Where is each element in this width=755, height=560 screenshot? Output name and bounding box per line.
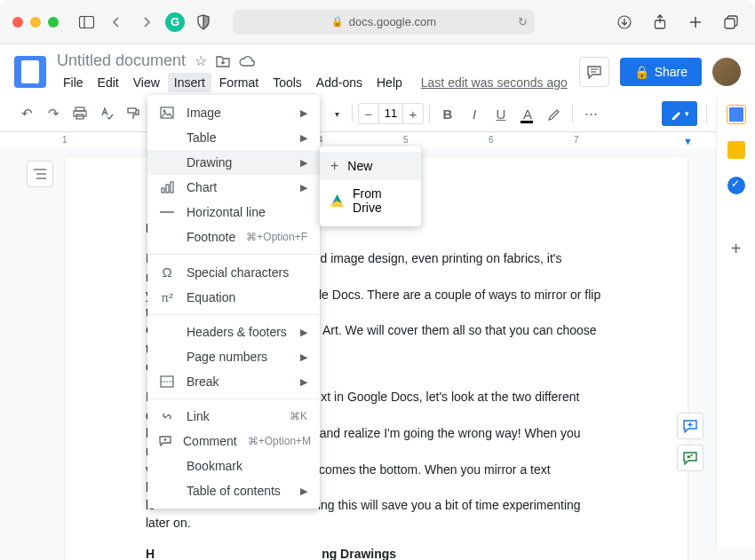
insert-link[interactable]: Link⌘K <box>147 404 320 429</box>
menu-tools[interactable]: Tools <box>266 73 308 92</box>
outline-toggle[interactable] <box>27 161 53 187</box>
menu-add-ons[interactable]: Add-ons <box>310 73 369 92</box>
comments-button[interactable] <box>579 57 609 87</box>
body-text: ng Drawings <box>322 547 396 560</box>
italic-button[interactable]: I <box>462 101 487 126</box>
paint-format-button[interactable] <box>121 101 146 126</box>
chevron-right-icon: ▶ <box>300 351 307 363</box>
suggest-edit-fab[interactable] <box>677 445 703 471</box>
insert-footnote[interactable]: Footnote⌘+Option+F <box>147 225 320 249</box>
insert-special-characters[interactable]: ΩSpecial characters <box>147 259 320 285</box>
chevron-right-icon: ▶ <box>300 327 307 338</box>
insert-horizontal-line[interactable]: Horizontal line <box>147 200 320 225</box>
undo-button[interactable]: ↶ <box>14 101 39 126</box>
doc-title[interactable]: Untitled document <box>57 51 186 70</box>
menu-item-label: Image <box>187 106 290 120</box>
editing-mode-button[interactable]: ▾ <box>662 101 697 126</box>
insert-menu-dropdown: Image▶Table▶Drawing▶Chart▶Horizontal lin… <box>147 95 320 509</box>
nav-forward-icon[interactable] <box>135 11 158 34</box>
insert-headers-footers[interactable]: Headers & footers▶ <box>147 319 320 344</box>
font-size-value[interactable]: 11 <box>378 104 403 123</box>
insert-page-numbers[interactable]: Page numbers▶ <box>147 344 320 369</box>
comment-icon <box>158 435 172 447</box>
nav-back-icon[interactable] <box>105 11 128 34</box>
close-window[interactable] <box>12 17 23 28</box>
docs-logo-icon[interactable] <box>14 56 46 88</box>
submenu-label: From Drive <box>353 186 410 215</box>
ruler-marker[interactable]: ▼ <box>683 136 693 146</box>
svg-rect-4 <box>725 19 735 28</box>
address-bar[interactable]: 🔒 docs.google.com ↻ <box>233 10 535 35</box>
keep-icon[interactable] <box>727 141 745 159</box>
chevron-right-icon: ▶ <box>300 485 307 497</box>
star-icon[interactable]: ☆ <box>195 52 207 69</box>
add-comment-fab[interactable] <box>677 413 703 439</box>
move-icon[interactable] <box>216 55 230 67</box>
text-color-button[interactable]: A <box>515 101 540 126</box>
sidebar-toggle-icon[interactable] <box>75 11 98 34</box>
menu-insert[interactable]: Insert <box>168 73 211 92</box>
add-addon-button[interactable]: + <box>731 239 742 259</box>
insert-chart[interactable]: Chart▶ <box>147 175 320 200</box>
more-button[interactable]: ⋯ <box>578 101 603 126</box>
new-tab-icon[interactable] <box>684 11 707 34</box>
menu-file[interactable]: File <box>57 73 90 92</box>
share-button[interactable]: 🔒 Share <box>620 58 702 86</box>
drawing-from-drive[interactable]: From Drive <box>320 180 421 221</box>
avatar[interactable] <box>712 58 741 86</box>
insert-bookmark[interactable]: Bookmark <box>147 454 320 478</box>
minimize-window[interactable] <box>30 17 41 28</box>
menu-edit[interactable]: Edit <box>91 73 125 92</box>
docs-header: Untitled document ☆ FileEditViewInsertFo… <box>0 44 755 92</box>
insert-image[interactable]: Image▶ <box>147 100 320 125</box>
last-edit-link[interactable]: Last edit was seconds ago <box>421 75 568 90</box>
chevron-right-icon: ▶ <box>300 132 307 144</box>
reload-icon[interactable]: ↻ <box>518 15 528 28</box>
menu-help[interactable]: Help <box>370 73 409 92</box>
font-size-increase[interactable]: + <box>403 106 423 122</box>
drawing-new[interactable]: + New <box>320 152 421 180</box>
maximize-window[interactable] <box>48 17 59 28</box>
chart-icon <box>158 181 176 193</box>
downloads-icon[interactable] <box>613 11 636 34</box>
chevron-right-icon: ▶ <box>300 376 307 388</box>
calendar-icon[interactable] <box>727 106 745 123</box>
insert-table[interactable]: Table▶ <box>147 125 320 150</box>
insert-table-of-contents[interactable]: Table of contents▶ <box>147 478 320 503</box>
chevron-right-icon: ▶ <box>300 157 307 169</box>
insert-equation[interactable]: π²Equation <box>147 285 320 310</box>
toolbar: ↶ ↷ ▾ − 11 + B I U A ⋯ ▾ <box>0 96 755 132</box>
menu-item-label: Link <box>187 409 279 423</box>
grammarly-icon[interactable]: G <box>165 12 185 32</box>
redo-button[interactable]: ↷ <box>41 101 66 126</box>
bold-button[interactable]: B <box>435 101 460 126</box>
font-family-select[interactable]: ▾ <box>328 109 346 119</box>
shield-icon[interactable] <box>192 11 215 34</box>
highlight-button[interactable] <box>542 101 567 126</box>
underline-button[interactable]: U <box>489 101 513 126</box>
share-icon[interactable] <box>648 11 672 34</box>
menu-item-label: Break <box>187 375 290 389</box>
spellcheck-button[interactable] <box>94 101 119 126</box>
svg-rect-18 <box>171 182 173 193</box>
hline-icon <box>158 210 176 214</box>
svg-rect-10 <box>128 108 136 113</box>
insert-drawing[interactable]: Drawing▶ <box>147 150 320 175</box>
drawing-submenu: + New From Drive <box>320 146 421 226</box>
font-size-decrease[interactable]: − <box>359 106 378 122</box>
lock-icon: 🔒 <box>634 65 649 79</box>
shortcut: ⌘+Option+M <box>248 435 311 447</box>
insert-break[interactable]: Break▶ <box>147 369 320 394</box>
cloud-icon[interactable] <box>239 55 255 67</box>
body-text: H <box>146 547 155 560</box>
share-label: Share <box>655 65 687 79</box>
menu-item-label: Chart <box>187 180 290 194</box>
menu-view[interactable]: View <box>127 73 166 92</box>
tasks-icon[interactable] <box>727 177 745 194</box>
menu-format[interactable]: Format <box>213 73 265 92</box>
menu-item-label: Page numbers <box>187 350 290 364</box>
svg-point-15 <box>163 110 166 113</box>
insert-comment[interactable]: Comment⌘+Option+M <box>147 429 320 454</box>
print-button[interactable] <box>68 101 92 126</box>
tabs-icon[interactable] <box>719 11 743 34</box>
